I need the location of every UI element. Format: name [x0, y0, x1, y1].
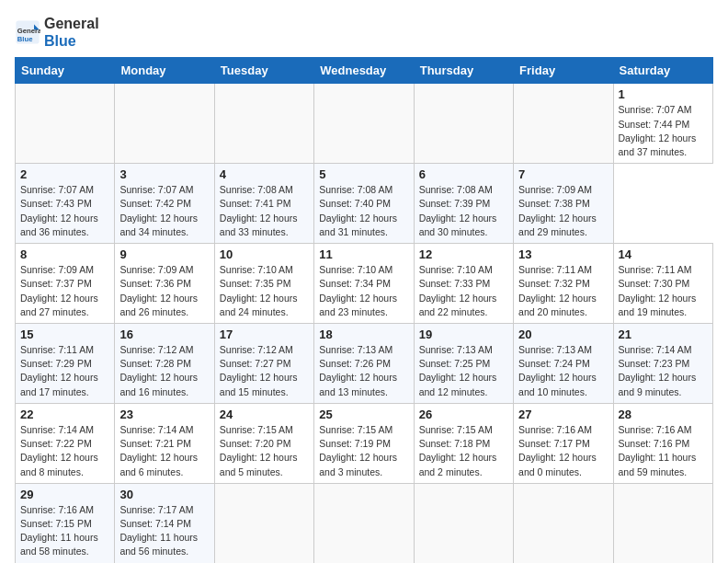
day-cell-2: 2Sunrise: 7:07 AMSunset: 7:43 PMDaylight…	[16, 164, 115, 244]
day-number: 20	[518, 327, 608, 341]
day-cell-28: 28Sunrise: 7:16 AMSunset: 7:16 PMDayligh…	[613, 403, 712, 483]
calendar-week-6: 29Sunrise: 7:16 AMSunset: 7:15 PMDayligh…	[16, 483, 713, 563]
calendar-body: 1Sunrise: 7:07 AMSunset: 7:44 PMDaylight…	[16, 84, 713, 563]
calendar-week-2: 2Sunrise: 7:07 AMSunset: 7:43 PMDaylight…	[16, 164, 713, 244]
day-info: Sunrise: 7:09 AMSunset: 7:36 PMDaylight:…	[119, 263, 209, 319]
day-number: 23	[119, 408, 209, 421]
day-info: Sunrise: 7:07 AMSunset: 7:44 PMDaylight:…	[619, 103, 708, 159]
weekday-header-row: SundayMondayTuesdayWednesdayThursdayFrid…	[16, 58, 713, 84]
calendar-week-1: 1Sunrise: 7:07 AMSunset: 7:44 PMDaylight…	[16, 84, 713, 164]
calendar-week-4: 15Sunrise: 7:11 AMSunset: 7:29 PMDayligh…	[16, 324, 713, 404]
logo-icon: General Blue	[15, 19, 40, 45]
day-info: Sunrise: 7:08 AMSunset: 7:40 PMDaylight:…	[319, 183, 408, 239]
day-cell-7: 7Sunrise: 7:09 AMSunset: 7:38 PMDaylight…	[514, 164, 613, 244]
day-number: 24	[220, 408, 309, 421]
day-info: Sunrise: 7:17 AMSunset: 7:14 PMDaylight:…	[119, 503, 209, 559]
day-info: Sunrise: 7:16 AMSunset: 7:16 PMDaylight:…	[619, 423, 708, 479]
day-number: 28	[619, 408, 708, 421]
day-info: Sunrise: 7:16 AMSunset: 7:17 PMDaylight:…	[518, 423, 608, 479]
empty-cell	[514, 84, 613, 164]
day-info: Sunrise: 7:13 AMSunset: 7:26 PMDaylight:…	[319, 343, 408, 399]
day-cell-27: 27Sunrise: 7:16 AMSunset: 7:17 PMDayligh…	[514, 403, 613, 483]
day-cell-22: 22Sunrise: 7:14 AMSunset: 7:22 PMDayligh…	[16, 403, 115, 483]
day-number: 7	[518, 167, 608, 181]
day-info: Sunrise: 7:13 AMSunset: 7:24 PMDaylight:…	[518, 343, 608, 399]
day-number: 4	[220, 167, 309, 181]
day-cell-25: 25Sunrise: 7:15 AMSunset: 7:19 PMDayligh…	[314, 403, 414, 483]
weekday-wednesday: Wednesday	[314, 58, 414, 84]
weekday-saturday: Saturday	[613, 58, 712, 84]
day-info: Sunrise: 7:08 AMSunset: 7:41 PMDaylight:…	[220, 183, 309, 239]
empty-cell	[414, 483, 513, 563]
empty-cell	[414, 84, 513, 164]
day-cell-5: 5Sunrise: 7:08 AMSunset: 7:40 PMDaylight…	[314, 164, 414, 244]
day-info: Sunrise: 7:12 AMSunset: 7:28 PMDaylight:…	[119, 343, 209, 399]
empty-cell	[514, 483, 613, 563]
weekday-monday: Monday	[115, 58, 214, 84]
day-cell-6: 6Sunrise: 7:08 AMSunset: 7:39 PMDaylight…	[414, 164, 513, 244]
empty-cell	[214, 483, 313, 563]
day-info: Sunrise: 7:15 AMSunset: 7:19 PMDaylight:…	[319, 423, 408, 479]
day-info: Sunrise: 7:14 AMSunset: 7:22 PMDaylight:…	[20, 423, 109, 479]
day-number: 14	[619, 247, 708, 261]
empty-cell	[613, 483, 712, 563]
day-info: Sunrise: 7:14 AMSunset: 7:23 PMDaylight:…	[619, 343, 708, 399]
day-info: Sunrise: 7:14 AMSunset: 7:21 PMDaylight:…	[119, 423, 209, 479]
day-info: Sunrise: 7:09 AMSunset: 7:38 PMDaylight:…	[518, 183, 608, 239]
day-number: 11	[319, 247, 408, 261]
weekday-sunday: Sunday	[16, 58, 115, 84]
day-cell-19: 19Sunrise: 7:13 AMSunset: 7:25 PMDayligh…	[414, 324, 513, 404]
day-number: 25	[319, 408, 408, 421]
day-cell-23: 23Sunrise: 7:14 AMSunset: 7:21 PMDayligh…	[115, 403, 214, 483]
day-number: 22	[20, 408, 109, 421]
calendar-week-5: 22Sunrise: 7:14 AMSunset: 7:22 PMDayligh…	[16, 403, 713, 483]
empty-cell	[115, 84, 214, 164]
day-info: Sunrise: 7:10 AMSunset: 7:34 PMDaylight:…	[319, 263, 408, 319]
day-number: 2	[20, 167, 109, 181]
day-info: Sunrise: 7:16 AMSunset: 7:15 PMDaylight:…	[20, 503, 109, 559]
day-info: Sunrise: 7:15 AMSunset: 7:20 PMDaylight:…	[220, 423, 309, 479]
day-number: 16	[119, 327, 209, 341]
day-number: 10	[220, 247, 309, 261]
day-number: 26	[419, 408, 508, 421]
weekday-tuesday: Tuesday	[214, 58, 313, 84]
day-cell-12: 12Sunrise: 7:10 AMSunset: 7:33 PMDayligh…	[414, 244, 513, 324]
empty-cell	[314, 483, 414, 563]
day-number: 9	[119, 247, 209, 261]
day-cell-26: 26Sunrise: 7:15 AMSunset: 7:18 PMDayligh…	[414, 403, 513, 483]
empty-cell	[314, 84, 414, 164]
logo: General Blue General Blue	[15, 15, 99, 50]
day-cell-17: 17Sunrise: 7:12 AMSunset: 7:27 PMDayligh…	[214, 324, 313, 404]
day-cell-3: 3Sunrise: 7:07 AMSunset: 7:42 PMDaylight…	[115, 164, 214, 244]
day-info: Sunrise: 7:08 AMSunset: 7:39 PMDaylight:…	[419, 183, 508, 239]
day-info: Sunrise: 7:10 AMSunset: 7:35 PMDaylight:…	[220, 263, 309, 319]
day-cell-14: 14Sunrise: 7:11 AMSunset: 7:30 PMDayligh…	[613, 244, 712, 324]
day-info: Sunrise: 7:09 AMSunset: 7:37 PMDaylight:…	[20, 263, 109, 319]
day-number: 30	[119, 488, 209, 501]
day-cell-29: 29Sunrise: 7:16 AMSunset: 7:15 PMDayligh…	[16, 483, 115, 563]
calendar-week-3: 8Sunrise: 7:09 AMSunset: 7:37 PMDaylight…	[16, 244, 713, 324]
day-info: Sunrise: 7:12 AMSunset: 7:27 PMDaylight:…	[220, 343, 309, 399]
day-number: 13	[518, 247, 608, 261]
day-number: 12	[419, 247, 508, 261]
svg-text:Blue: Blue	[17, 35, 33, 43]
day-cell-11: 11Sunrise: 7:10 AMSunset: 7:34 PMDayligh…	[314, 244, 414, 324]
day-cell-18: 18Sunrise: 7:13 AMSunset: 7:26 PMDayligh…	[314, 324, 414, 404]
day-number: 18	[319, 327, 408, 341]
day-cell-15: 15Sunrise: 7:11 AMSunset: 7:29 PMDayligh…	[16, 324, 115, 404]
empty-cell	[214, 84, 313, 164]
empty-cell	[16, 84, 115, 164]
day-info: Sunrise: 7:10 AMSunset: 7:33 PMDaylight:…	[419, 263, 508, 319]
day-cell-30: 30Sunrise: 7:17 AMSunset: 7:14 PMDayligh…	[115, 483, 214, 563]
day-cell-13: 13Sunrise: 7:11 AMSunset: 7:32 PMDayligh…	[514, 244, 613, 324]
day-cell-24: 24Sunrise: 7:15 AMSunset: 7:20 PMDayligh…	[214, 403, 313, 483]
day-number: 19	[419, 327, 508, 341]
logo-text-blue: Blue	[44, 32, 99, 50]
day-cell-8: 8Sunrise: 7:09 AMSunset: 7:37 PMDaylight…	[16, 244, 115, 324]
day-info: Sunrise: 7:13 AMSunset: 7:25 PMDaylight:…	[419, 343, 508, 399]
day-info: Sunrise: 7:11 AMSunset: 7:30 PMDaylight:…	[619, 263, 708, 319]
day-cell-20: 20Sunrise: 7:13 AMSunset: 7:24 PMDayligh…	[514, 324, 613, 404]
day-cell-9: 9Sunrise: 7:09 AMSunset: 7:36 PMDaylight…	[115, 244, 214, 324]
day-number: 8	[20, 247, 109, 261]
day-info: Sunrise: 7:11 AMSunset: 7:32 PMDaylight:…	[518, 263, 608, 319]
